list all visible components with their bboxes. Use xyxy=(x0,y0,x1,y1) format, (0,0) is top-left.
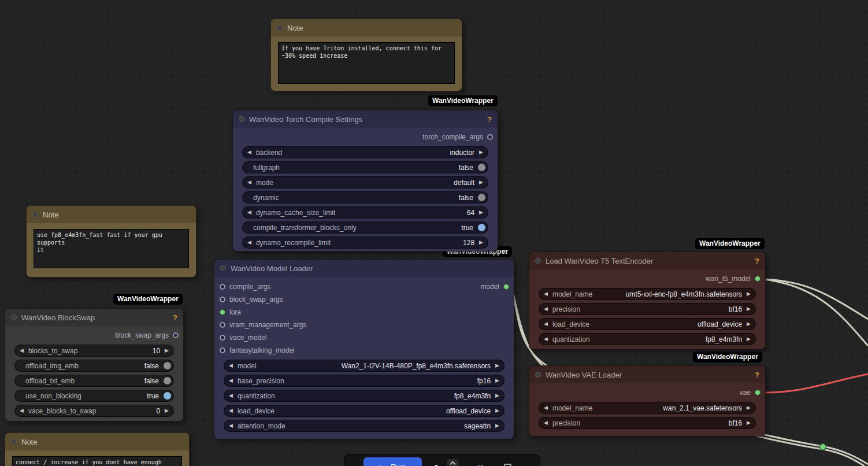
input-slot-vace_model[interactable]: vace_model xyxy=(214,331,514,344)
decrement-arrow-icon[interactable]: ◀ xyxy=(544,405,548,410)
increment-arrow-icon[interactable]: ▶ xyxy=(479,150,483,155)
slot-dot[interactable] xyxy=(503,284,509,290)
collapse-dot-icon[interactable] xyxy=(11,315,17,320)
increment-arrow-icon[interactable]: ▶ xyxy=(479,180,483,185)
widget-base_precision[interactable]: ◀base_precisionfp16▶ xyxy=(224,375,505,387)
decrement-arrow-icon[interactable]: ◀ xyxy=(247,180,251,185)
node-vae-loader[interactable]: WanVideo VAE Loader ? vae ◀model_namewan… xyxy=(529,365,766,437)
widget-compile_transformer_blocks_only[interactable]: compile_transformer_blocks_onlytrue xyxy=(242,221,488,234)
decrement-arrow-icon[interactable]: ◀ xyxy=(544,291,548,297)
slot-dot[interactable] xyxy=(220,297,225,302)
increment-arrow-icon[interactable]: ▶ xyxy=(495,363,499,368)
note-node-vram[interactable]: Note connect / increase if you dont have… xyxy=(5,432,190,466)
queue-count[interactable]: 1 xyxy=(435,463,439,466)
note-header[interactable]: Note xyxy=(27,206,196,223)
reroute-dot[interactable] xyxy=(820,444,826,450)
queue-stepper[interactable] xyxy=(447,459,459,466)
widget-load_device[interactable]: ◀load_deviceoffload_device▶ xyxy=(539,318,756,330)
node-graph-canvas[interactable]: WanVideoWrapper WanVideoWrapper WanVideo… xyxy=(0,0,868,466)
increment-arrow-icon[interactable]: ▶ xyxy=(747,306,751,312)
widget-model_name[interactable]: ◀model_nameumt5-xxl-enc-fp8_e4m3fn.safet… xyxy=(539,288,756,300)
note-node-gpu[interactable]: Note use fp8_e4m3fn_fast fast if your gp… xyxy=(26,205,196,278)
decrement-arrow-icon[interactable]: ◀ xyxy=(247,210,251,215)
widget-attention_mode[interactable]: ◀attention_modesageattn▶ xyxy=(224,420,505,432)
help-icon[interactable]: ? xyxy=(755,257,759,265)
collapse-dot-icon[interactable] xyxy=(277,25,283,31)
widget-precision[interactable]: ◀precisionbf16▶ xyxy=(539,417,756,429)
run-toolbar[interactable]: ▷ Run 1 × xyxy=(344,454,540,466)
widget-mode[interactable]: ◀modedefault▶ xyxy=(242,176,488,188)
collapse-dot-icon[interactable] xyxy=(11,439,17,445)
widget-blocks_to_swap[interactable]: ◀blocks_to_swap10▶ xyxy=(14,345,174,357)
toggle-dot[interactable] xyxy=(478,224,485,231)
increment-arrow-icon[interactable]: ▶ xyxy=(495,393,499,398)
decrement-arrow-icon[interactable]: ◀ xyxy=(544,420,548,426)
increment-arrow-icon[interactable]: ▶ xyxy=(747,291,751,297)
input-slot-block_swap_args[interactable]: block_swap_args xyxy=(214,293,514,306)
input-slot-lora[interactable]: lora xyxy=(214,306,514,319)
decrement-arrow-icon[interactable]: ◀ xyxy=(20,408,24,413)
node-t5-textencoder[interactable]: Load WanVideo T5 TextEncoder ? wan_t5_mo… xyxy=(529,252,766,350)
collapse-dot-icon[interactable] xyxy=(535,372,541,378)
widget-precision[interactable]: ◀precisionbf16▶ xyxy=(539,303,756,315)
decrement-arrow-icon[interactable]: ◀ xyxy=(544,336,548,342)
decrement-arrow-icon[interactable]: ◀ xyxy=(229,423,233,428)
node-header[interactable]: Load WanVideo T5 TextEncoder ? xyxy=(529,252,765,269)
run-button[interactable]: ▷ Run xyxy=(363,457,422,466)
toggle-dot[interactable] xyxy=(478,194,485,201)
widget-dynamic[interactable]: dynamicfalse xyxy=(242,191,488,204)
help-icon[interactable]: ? xyxy=(487,115,492,124)
node-header[interactable]: WanVideo VAE Loader ? xyxy=(529,366,765,383)
slot-dot[interactable] xyxy=(755,276,761,282)
node-model-loader[interactable]: WanVideo Model Loader compile_argsblock_… xyxy=(214,259,514,439)
increment-arrow-icon[interactable]: ▶ xyxy=(747,321,751,327)
widget-offload_txt_emb[interactable]: offload_txt_embfalse xyxy=(14,375,174,387)
toggle-dot[interactable] xyxy=(164,362,171,369)
decrement-arrow-icon[interactable]: ◀ xyxy=(229,408,233,413)
decrement-arrow-icon[interactable]: ◀ xyxy=(229,363,233,368)
slot-dot[interactable] xyxy=(220,347,225,353)
slot-dot[interactable] xyxy=(220,309,225,315)
slot-dot[interactable] xyxy=(487,134,493,140)
increment-arrow-icon[interactable]: ▶ xyxy=(495,408,499,413)
toggle-dot[interactable] xyxy=(478,164,485,171)
increment-arrow-icon[interactable]: ▶ xyxy=(479,240,483,245)
collapse-dot-icon[interactable] xyxy=(32,212,38,217)
widget-model[interactable]: ◀modelWan2_1-I2V-14B-480P_fp8_e4m3fn.saf… xyxy=(224,360,505,372)
slot-dot[interactable] xyxy=(220,335,225,341)
node-header[interactable]: WanVideo Model Loader xyxy=(214,260,514,277)
output-slot-vae[interactable]: vae xyxy=(529,386,765,399)
slot-dot[interactable] xyxy=(173,332,179,338)
toggle-dot[interactable] xyxy=(164,392,171,400)
node-header[interactable]: WanVideo BlockSwap ? xyxy=(5,309,183,326)
node-torch-compile-settings[interactable]: WanVideo Torch Compile Settings ? torch_… xyxy=(232,110,498,252)
increment-arrow-icon[interactable]: ▶ xyxy=(495,378,499,383)
note-header[interactable]: Note xyxy=(5,433,189,450)
increment-arrow-icon[interactable]: ▶ xyxy=(747,336,751,342)
widget-vace_blocks_to_swap[interactable]: ◀vace_blocks_to_swap0▶ xyxy=(14,405,174,417)
widget-dynamo_recompile_limit[interactable]: ◀dynamo_recompile_limit128▶ xyxy=(242,236,488,249)
increment-arrow-icon[interactable]: ▶ xyxy=(747,420,751,426)
decrement-arrow-icon[interactable]: ◀ xyxy=(544,306,548,312)
note-header[interactable]: Note xyxy=(271,19,462,36)
input-slot-vram_management_args[interactable]: vram_management_args xyxy=(214,319,514,331)
widget-offload_img_emb[interactable]: offload_img_embfalse xyxy=(14,360,174,372)
widget-quantization[interactable]: ◀quantizationfp8_e4m3fn▶ xyxy=(539,333,756,345)
node-blockswap[interactable]: WanVideo BlockSwap ? block_swap_args ◀bl… xyxy=(5,308,184,421)
output-slot-torch_compile_args[interactable]: torch_compile_args xyxy=(233,131,498,143)
increment-arrow-icon[interactable]: ▶ xyxy=(495,423,499,428)
output-slot-block_swap_args[interactable]: block_swap_args xyxy=(5,329,183,342)
widget-use_non_blocking[interactable]: use_non_blockingtrue xyxy=(14,390,174,402)
help-icon[interactable]: ? xyxy=(755,371,759,379)
output-slot-wan_t5_model[interactable]: wan_t5_model xyxy=(529,272,765,285)
increment-arrow-icon[interactable]: ▶ xyxy=(479,210,483,215)
chevron-up-icon[interactable] xyxy=(450,461,455,466)
slot-dot[interactable] xyxy=(220,322,225,328)
output-slot-model[interactable]: model xyxy=(214,280,514,293)
increment-arrow-icon[interactable]: ▶ xyxy=(747,405,751,410)
widget-dynamo_cache_size_limit[interactable]: ◀dynamo_cache_size_limit64▶ xyxy=(242,206,488,219)
decrement-arrow-icon[interactable]: ◀ xyxy=(229,378,233,383)
widget-load_device[interactable]: ◀load_deviceoffload_device▶ xyxy=(224,405,505,417)
widget-quantization[interactable]: ◀quantizationfp8_e4m3fn▶ xyxy=(224,390,505,402)
collapse-dot-icon[interactable] xyxy=(239,116,244,122)
